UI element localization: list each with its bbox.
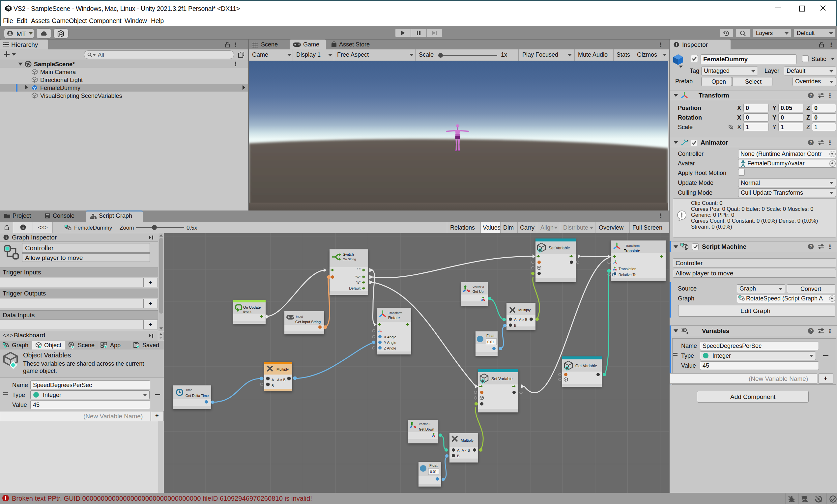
svg-text:A × B: A × B: [277, 378, 285, 382]
svg-text:X Angle: X Angle: [384, 335, 396, 339]
svg-text:0.01: 0.01: [430, 470, 437, 474]
svg-text:Float: Float: [429, 464, 437, 467]
svg-text:Multiply: Multiply: [277, 367, 289, 371]
svg-text:Vector 3: Vector 3: [419, 422, 430, 426]
svg-text:A × B: A × B: [462, 448, 470, 452]
svg-text:Default: Default: [349, 286, 360, 290]
svg-text:Translation: Translation: [619, 267, 636, 271]
svg-text:?: ?: [809, 329, 812, 334]
svg-text:Transform: Transform: [388, 311, 402, 314]
svg-text:Multiply: Multiply: [518, 308, 531, 312]
svg-text:Switch: Switch: [343, 252, 354, 256]
svg-text:A × B: A × B: [519, 318, 527, 322]
svg-text:?: ?: [809, 140, 812, 145]
svg-text:"w": "w": [355, 275, 360, 279]
svg-text:Get Delta Time: Get Delta Time: [185, 394, 209, 398]
svg-text:?: ?: [809, 93, 812, 98]
svg-text:Float: Float: [486, 334, 494, 338]
svg-text:Vector 3: Vector 3: [473, 285, 484, 289]
svg-text:On String: On String: [343, 257, 356, 261]
svg-text:Input: Input: [296, 314, 303, 318]
svg-text:Event: Event: [243, 310, 251, 313]
svg-text:Get Variable: Get Variable: [575, 364, 597, 368]
svg-text:A: A: [514, 318, 517, 322]
svg-text:Y Angle: Y Angle: [384, 341, 396, 345]
svg-text:Transform: Transform: [625, 244, 640, 247]
svg-text:Get Down: Get Down: [419, 427, 434, 431]
svg-text:B: B: [271, 384, 274, 388]
svg-text:Get Up: Get Up: [473, 290, 483, 293]
svg-text:A: A: [271, 378, 274, 382]
svg-text:Z Angle: Z Angle: [384, 346, 396, 350]
svg-text:Relative To: Relative To: [619, 273, 636, 277]
svg-text:B: B: [514, 323, 516, 327]
svg-text:"s": "s": [356, 280, 360, 284]
svg-text:Rotate: Rotate: [388, 316, 400, 320]
svg-text:" ": " ": [357, 268, 360, 272]
svg-text:Translate: Translate: [624, 249, 640, 253]
svg-text:A: A: [457, 448, 460, 452]
svg-text:Multiply: Multiply: [461, 438, 474, 443]
svg-text:Set Variable: Set Variable: [549, 246, 570, 250]
svg-text:On Update: On Update: [243, 305, 261, 309]
svg-text:Get Input String: Get Input String: [295, 320, 321, 324]
svg-text:0.01: 0.01: [487, 340, 494, 344]
svg-text:?: ?: [809, 245, 812, 249]
svg-text:Time: Time: [185, 388, 193, 392]
svg-text:Set Variable: Set Variable: [491, 377, 513, 381]
svg-text:B: B: [457, 454, 459, 458]
